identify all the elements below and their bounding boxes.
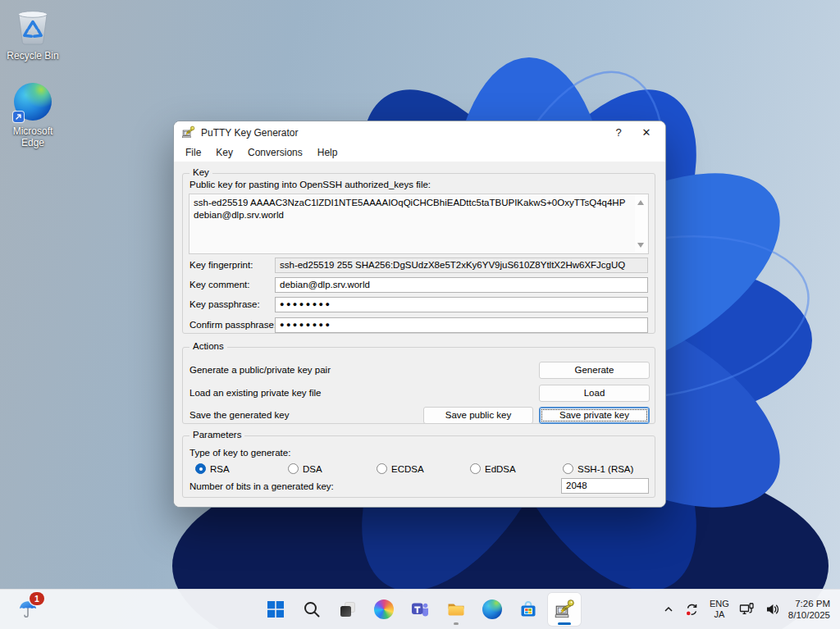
recycle-bin-icon — [2, 5, 64, 48]
comment-label: Key comment: — [189, 280, 250, 289]
clock-time: 7:26 PM — [788, 598, 830, 609]
active-app-indicator — [558, 622, 571, 625]
key-group-title: Key — [189, 167, 212, 177]
puttygen-icon — [181, 125, 195, 139]
store-icon — [518, 599, 538, 619]
key-groupbox: Key Public key for pasting into OpenSSH … — [182, 173, 655, 334]
copilot-icon — [374, 599, 394, 619]
confirm-passphrase-label: Confirm passphrase: — [189, 320, 276, 330]
taskbar-item-teams[interactable] — [404, 593, 436, 626]
tray-clock[interactable]: 7:26 PM 8/10/2025 — [785, 598, 837, 621]
notification-badge: 1 — [30, 592, 44, 605]
public-key-value: ssh-ed25519 AAAAC3NzaC1lZDI1NTE5AAAAIOqQ… — [194, 198, 625, 220]
fingerprint-label: Key fingerprint: — [189, 260, 253, 270]
generate-row-label: Generate a public/private key pair — [189, 363, 331, 377]
tray-volume[interactable] — [760, 602, 785, 617]
shortcut-arrow-icon — [13, 112, 24, 122]
network-ethernet-icon — [739, 602, 756, 617]
tray-network[interactable] — [734, 602, 760, 617]
comment-row: Key comment: debian@dlp.srv.world — [183, 277, 655, 293]
help-button[interactable]: ? — [605, 122, 632, 144]
language-line2: JA — [710, 609, 729, 620]
load-button[interactable]: Load — [539, 385, 650, 402]
tray-update-status[interactable] — [679, 602, 705, 618]
taskbar-item-store[interactable] — [512, 593, 545, 626]
key-type-label: Type of key to generate: — [189, 448, 290, 458]
puttygen-window: PuTTY Key Generator ? ✕ File Key Convers… — [173, 121, 666, 508]
language-line1: ENG — [710, 599, 729, 609]
desktop-icon-label: Microsoft Edge — [2, 125, 64, 148]
puttygen-icon — [554, 599, 575, 620]
running-app-indicator — [454, 622, 459, 625]
radio-label: SSH-1 (RSA) — [578, 464, 633, 474]
taskbar-item-edge[interactable] — [476, 593, 509, 626]
radio-dsa[interactable]: DSA — [288, 463, 322, 475]
desktop-icon-recycle-bin[interactable]: Recycle Bin — [2, 5, 64, 62]
taskbar-center — [258, 593, 582, 626]
radio-icon — [377, 463, 387, 474]
window-client-area: Key Public key for pasting into OpenSSH … — [174, 162, 665, 507]
window-title: PuTTY Key Generator — [201, 127, 605, 139]
taskbar-item-puttygen[interactable] — [548, 593, 581, 626]
speaker-icon — [765, 602, 780, 617]
save-public-key-button[interactable]: Save public key — [423, 407, 533, 424]
comment-field[interactable]: debian@dlp.srv.world — [275, 277, 648, 293]
menu-help[interactable]: Help — [310, 144, 345, 162]
start-icon — [267, 600, 285, 618]
radio-rsa[interactable]: RSA — [195, 463, 230, 475]
tray-language-switcher[interactable]: ENG JA — [705, 599, 734, 620]
public-key-textarea[interactable]: ssh-ed25519 AAAAC3NzaC1lZDI1NTE5AAAAIOqQ… — [189, 194, 649, 254]
widgets-button[interactable]: 1 — [8, 593, 48, 626]
desktop-icon-label: Recycle Bin — [2, 50, 64, 62]
fingerprint-row: Key fingerprint: ssh-ed25519 255 SHA256:… — [183, 258, 655, 273]
save-private-key-button[interactable]: Save private key — [539, 407, 650, 424]
radio-label: EdDSA — [485, 464, 516, 474]
taskbar-item-copilot[interactable] — [368, 593, 400, 626]
radio-icon — [470, 463, 481, 474]
teams-icon — [410, 599, 430, 619]
sync-alert-icon — [684, 602, 700, 618]
system-tray: ENG JA 7:26 PM 8/10/2025 — [658, 590, 837, 629]
actions-groupbox: Actions Generate a public/private key pa… — [182, 347, 655, 424]
window-titlebar[interactable]: PuTTY Key Generator ? ✕ — [174, 121, 665, 144]
bits-field[interactable]: 2048 — [561, 478, 649, 494]
parameters-groupbox: Parameters Type of key to generate: RSA … — [182, 435, 655, 498]
radio-ecdsa[interactable]: ECDSA — [377, 463, 424, 475]
taskbar-item-start[interactable] — [259, 593, 292, 626]
radio-icon — [288, 463, 299, 474]
edge-icon — [482, 599, 502, 619]
clock-date: 8/10/2025 — [788, 609, 830, 621]
desktop-icon-microsoft-edge[interactable]: Microsoft Edge — [2, 80, 64, 148]
actions-group-title: Actions — [189, 341, 227, 351]
radio-eddsa[interactable]: EdDSA — [470, 463, 516, 475]
menu-bar: File Key Conversions Help — [174, 144, 665, 162]
menu-key[interactable]: Key — [208, 144, 240, 162]
confirm-passphrase-field[interactable]: ●●●●●●●● — [275, 317, 648, 333]
scroll-down-icon[interactable] — [637, 243, 644, 248]
scroll-up-icon[interactable] — [637, 200, 644, 205]
passphrase-label: Key passphrase: — [189, 299, 260, 309]
taskbar-item-search[interactable] — [295, 593, 328, 626]
radio-ssh1-rsa[interactable]: SSH-1 (RSA) — [563, 463, 633, 475]
search-icon — [303, 600, 321, 618]
scrollbar[interactable] — [635, 195, 647, 253]
radio-selected-icon — [195, 463, 206, 474]
close-button[interactable]: ✕ — [632, 122, 660, 144]
chevron-up-icon — [663, 604, 674, 615]
bits-label: Number of bits in a generated key: — [189, 481, 334, 491]
edge-icon — [2, 80, 64, 123]
task-view-icon — [339, 600, 357, 618]
menu-conversions[interactable]: Conversions — [240, 144, 310, 162]
taskbar: 1 — [0, 589, 840, 629]
passphrase-field[interactable]: ●●●●●●●● — [275, 297, 648, 312]
save-row-label: Save the generated key — [189, 408, 289, 422]
menu-file[interactable]: File — [178, 144, 208, 162]
radio-label: ECDSA — [391, 464, 424, 474]
radio-label: RSA — [210, 464, 230, 474]
taskbar-item-task-view[interactable] — [331, 593, 364, 626]
public-key-label: Public key for pasting into OpenSSH auth… — [189, 180, 431, 189]
file-explorer-icon — [446, 599, 466, 619]
generate-button[interactable]: Generate — [539, 362, 650, 379]
taskbar-item-file-explorer[interactable] — [440, 593, 472, 626]
tray-overflow-button[interactable] — [658, 604, 679, 615]
